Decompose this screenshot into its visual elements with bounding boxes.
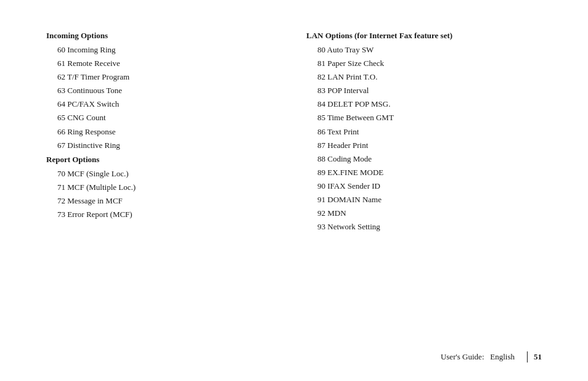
- footer-divider: [527, 351, 528, 363]
- list-item: 64 PC/FAX Switch: [46, 97, 282, 111]
- list-item: 70 MCF (Single Loc.): [46, 167, 282, 181]
- list-item: 92 MDN: [306, 207, 542, 220]
- list-item: 91 DOMAIN Name: [306, 193, 542, 207]
- list-item: 63 Continuous Tone: [46, 84, 282, 97]
- report-options-heading: Report Options: [46, 155, 282, 165]
- list-item: 60 Incoming Ring: [46, 43, 282, 57]
- list-item: 81 Paper Size Check: [306, 57, 542, 70]
- list-item: 90 IFAX Sender ID: [306, 179, 542, 193]
- list-item: 61 Remote Receive: [46, 57, 282, 70]
- report-section: Report Options 70 MCF (Single Loc.) 71 M…: [46, 155, 282, 221]
- list-item: 89 EX.FINE MODE: [306, 166, 542, 179]
- list-item: 65 CNG Count: [46, 111, 282, 125]
- incoming-options-heading: Incoming Options: [46, 31, 282, 41]
- list-item: 82 LAN Print T.O.: [306, 70, 542, 84]
- list-item: 72 Message in MCF: [46, 194, 282, 208]
- left-column: Incoming Options 60 Incoming Ring 61 Rem…: [46, 31, 300, 234]
- footer-language: English: [490, 352, 515, 361]
- report-items-list: 70 MCF (Single Loc.) 71 MCF (Multiple Lo…: [46, 167, 282, 221]
- list-item: 93 Network Setting: [306, 220, 542, 234]
- list-item: 67 Distinctive Ring: [46, 139, 282, 152]
- lan-items-list: 80 Auto Tray SW 81 Paper Size Check 82 L…: [306, 43, 542, 234]
- list-item: 71 MCF (Multiple Loc.): [46, 181, 282, 194]
- page: Incoming Options 60 Incoming Ring 61 Rem…: [0, 0, 588, 381]
- footer: User's Guide: English 51: [441, 351, 542, 363]
- incoming-items-list: 60 Incoming Ring 61 Remote Receive 62 T/…: [46, 43, 282, 152]
- list-item: 80 Auto Tray SW: [306, 43, 542, 57]
- list-item: 87 Header Print: [306, 139, 542, 152]
- list-item: 85 Time Between GMT: [306, 111, 542, 125]
- list-item: 88 Coding Mode: [306, 152, 542, 166]
- list-item: 66 Ring Response: [46, 125, 282, 139]
- list-item: 86 Text Print: [306, 125, 542, 139]
- right-column: LAN Options (for Internet Fax feature se…: [300, 31, 542, 234]
- list-item: 62 T/F Timer Program: [46, 70, 282, 84]
- list-item: 83 POP Interval: [306, 84, 542, 97]
- list-item: 84 DELET POP MSG.: [306, 97, 542, 111]
- content-area: Incoming Options 60 Incoming Ring 61 Rem…: [46, 31, 542, 234]
- footer-page-number: 51: [534, 352, 542, 362]
- list-item: 73 Error Report (MCF): [46, 208, 282, 221]
- lan-options-heading: LAN Options (for Internet Fax feature se…: [306, 31, 542, 41]
- footer-label: User's Guide: English: [441, 352, 515, 362]
